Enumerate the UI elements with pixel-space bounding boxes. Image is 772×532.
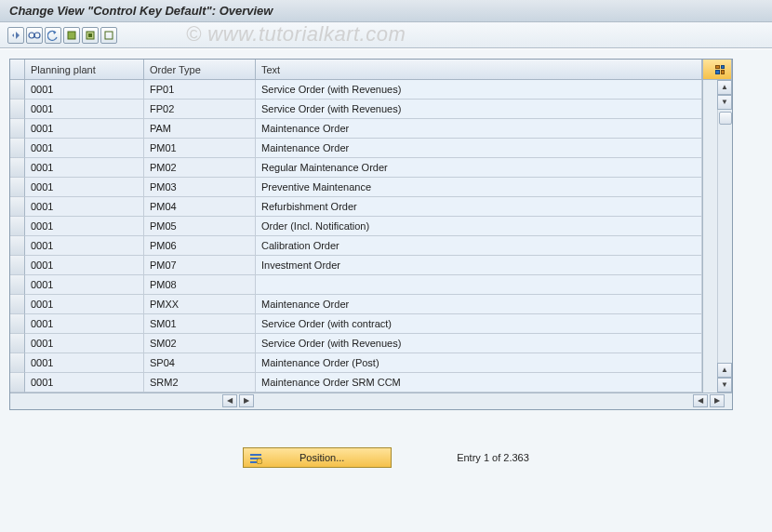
select-all-icon[interactable] (63, 27, 80, 44)
cell-text[interactable]: Maintenance Order (256, 139, 702, 158)
scroll-down-icon[interactable]: ▼ (717, 378, 732, 392)
row-selector[interactable] (10, 119, 25, 139)
table-config-icon[interactable] (702, 60, 732, 80)
svg-rect-6 (105, 32, 113, 39)
other-view-icon[interactable] (7, 27, 24, 44)
hscroll-left2-icon[interactable]: ◀ (693, 394, 708, 407)
row-selector[interactable] (10, 158, 25, 178)
cell-text[interactable]: Service Order (with Revenues) (256, 100, 702, 119)
row-selector[interactable] (10, 275, 25, 295)
scroll-thumb[interactable] (719, 112, 732, 125)
cell-planning-plant[interactable]: 0001 (25, 158, 144, 178)
cell-order-type[interactable]: SM01 (144, 314, 256, 334)
glasses-icon[interactable] (26, 27, 43, 44)
cell-text[interactable]: Refurbishment Order (256, 197, 702, 217)
cell-order-type[interactable]: PM05 (144, 217, 256, 236)
select-block-icon[interactable] (82, 27, 99, 44)
cell-planning-plant[interactable]: 0001 (25, 275, 144, 295)
cell-text[interactable]: Order (Incl. Notification) (256, 217, 702, 236)
cell-planning-plant[interactable]: 0001 (25, 334, 144, 353)
row-selector[interactable] (10, 295, 25, 314)
cell-planning-plant[interactable]: 0001 (25, 314, 144, 334)
row-selector[interactable] (10, 314, 25, 334)
scroll-up-bottom-icon[interactable]: ▲ (717, 363, 732, 378)
cell-text[interactable] (256, 275, 702, 295)
row-selector[interactable] (10, 139, 25, 158)
cell-planning-plant[interactable]: 0001 (25, 80, 144, 100)
cell-planning-plant[interactable]: 0001 (25, 178, 144, 197)
cell-text[interactable]: Service Order (with Revenues) (256, 80, 702, 100)
row-selector[interactable] (10, 353, 25, 373)
cell-text[interactable]: Regular Maintenance Order (256, 158, 702, 178)
header-planning-plant[interactable]: Planning plant (25, 60, 144, 80)
footer-bar: Position... Entry 1 of 2.363 (9, 447, 763, 468)
cell-order-type[interactable]: SM02 (144, 334, 256, 353)
cell-text[interactable]: Maintenance Order (256, 119, 702, 139)
cell-text[interactable]: Maintenance Order SRM CCM (256, 373, 702, 392)
row-selector[interactable] (10, 178, 25, 197)
cell-order-type[interactable]: PMXX (144, 295, 256, 314)
row-selector[interactable] (10, 100, 25, 119)
cell-planning-plant[interactable]: 0001 (25, 119, 144, 139)
svg-rect-7 (250, 454, 261, 456)
cell-text[interactable]: Investment Order (256, 256, 702, 275)
cell-order-type[interactable]: SRM2 (144, 373, 256, 392)
row-selector[interactable] (10, 197, 25, 217)
position-button[interactable]: Position... (243, 447, 392, 468)
svg-rect-5 (88, 33, 92, 37)
cell-order-type[interactable]: PM06 (144, 236, 256, 256)
svg-point-10 (257, 459, 262, 464)
content-area: Planning plant Order Type Text 0001FP01S… (0, 48, 772, 532)
cell-planning-plant[interactable]: 0001 (25, 197, 144, 217)
cell-text[interactable]: Maintenance Order (256, 295, 702, 314)
row-selector[interactable] (10, 80, 25, 100)
cell-order-type[interactable]: PM08 (144, 275, 256, 295)
header-row-selector[interactable] (10, 60, 25, 80)
cell-order-type[interactable]: PM07 (144, 256, 256, 275)
cell-order-type[interactable]: PM01 (144, 139, 256, 158)
cell-text[interactable]: Service Order (with contract) (256, 314, 702, 334)
cell-order-type[interactable]: FP02 (144, 100, 256, 119)
cell-planning-plant[interactable]: 0001 (25, 373, 144, 392)
cell-planning-plant[interactable]: 0001 (25, 139, 144, 158)
hscroll-right-icon[interactable]: ▶ (239, 394, 254, 407)
cell-text[interactable]: Preventive Maintenance (256, 178, 702, 197)
cell-order-type[interactable]: PAM (144, 119, 256, 139)
cell-order-type[interactable]: FP01 (144, 80, 256, 100)
cell-planning-plant[interactable]: 0001 (25, 217, 144, 236)
row-selector[interactable] (10, 256, 25, 275)
cell-order-type[interactable]: PM02 (144, 158, 256, 178)
cell-planning-plant[interactable]: 0001 (25, 353, 144, 373)
cell-order-type[interactable]: SP04 (144, 353, 256, 373)
horizontal-scrollbar: ◀ ▶ ◀ ▶ (10, 392, 732, 409)
scroll-down-step-icon[interactable]: ▼ (717, 95, 732, 110)
data-grid: Planning plant Order Type Text 0001FP01S… (10, 60, 732, 409)
header-order-type[interactable]: Order Type (144, 60, 256, 80)
scroll-up-icon[interactable]: ▲ (717, 80, 732, 95)
position-icon (249, 451, 262, 464)
cell-planning-plant[interactable]: 0001 (25, 100, 144, 119)
cell-planning-plant[interactable]: 0001 (25, 295, 144, 314)
row-selector[interactable] (10, 217, 25, 236)
undo-icon[interactable] (45, 27, 61, 44)
row-selector[interactable] (10, 373, 25, 392)
cell-order-type[interactable]: PM03 (144, 178, 256, 197)
position-button-label: Position... (268, 452, 391, 463)
vertical-scrollbar: ▲ ▼ ▲ ▼ (702, 80, 732, 392)
cell-text[interactable]: Calibration Order (256, 236, 702, 256)
cell-planning-plant[interactable]: 0001 (25, 256, 144, 275)
cell-text[interactable]: Maintenance Order (Post) (256, 353, 702, 373)
row-selector[interactable] (10, 236, 25, 256)
row-selector[interactable] (10, 334, 25, 353)
entry-counter: Entry 1 of 2.363 (457, 452, 529, 463)
cell-text[interactable]: Service Order (with Revenues) (256, 334, 702, 353)
svg-point-0 (29, 33, 34, 38)
hscroll-left-icon[interactable]: ◀ (222, 394, 237, 407)
toolbar (0, 22, 772, 48)
deselect-all-icon[interactable] (100, 27, 117, 44)
cell-planning-plant[interactable]: 0001 (25, 236, 144, 256)
header-text[interactable]: Text (256, 60, 702, 80)
hscroll-right2-icon[interactable]: ▶ (710, 394, 725, 407)
cell-order-type[interactable]: PM04 (144, 197, 256, 217)
svg-point-1 (34, 33, 40, 38)
